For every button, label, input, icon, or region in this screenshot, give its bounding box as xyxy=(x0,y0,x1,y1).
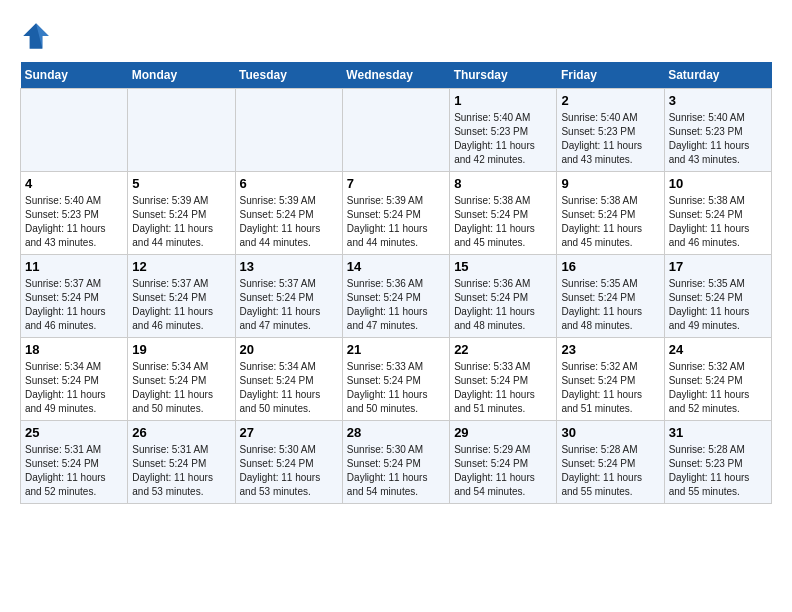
calendar-cell xyxy=(342,89,449,172)
calendar-cell: 12Sunrise: 5:37 AM Sunset: 5:24 PM Dayli… xyxy=(128,255,235,338)
calendar-cell: 29Sunrise: 5:29 AM Sunset: 5:24 PM Dayli… xyxy=(450,421,557,504)
header-saturday: Saturday xyxy=(664,62,771,89)
day-info: Sunrise: 5:37 AM Sunset: 5:24 PM Dayligh… xyxy=(132,277,230,333)
day-number: 17 xyxy=(669,259,767,274)
header-wednesday: Wednesday xyxy=(342,62,449,89)
day-number: 25 xyxy=(25,425,123,440)
day-number: 26 xyxy=(132,425,230,440)
calendar-cell: 16Sunrise: 5:35 AM Sunset: 5:24 PM Dayli… xyxy=(557,255,664,338)
calendar-cell: 25Sunrise: 5:31 AM Sunset: 5:24 PM Dayli… xyxy=(21,421,128,504)
calendar-cell: 13Sunrise: 5:37 AM Sunset: 5:24 PM Dayli… xyxy=(235,255,342,338)
day-info: Sunrise: 5:33 AM Sunset: 5:24 PM Dayligh… xyxy=(347,360,445,416)
day-number: 13 xyxy=(240,259,338,274)
calendar-cell: 27Sunrise: 5:30 AM Sunset: 5:24 PM Dayli… xyxy=(235,421,342,504)
calendar-cell: 24Sunrise: 5:32 AM Sunset: 5:24 PM Dayli… xyxy=(664,338,771,421)
day-info: Sunrise: 5:34 AM Sunset: 5:24 PM Dayligh… xyxy=(132,360,230,416)
day-info: Sunrise: 5:34 AM Sunset: 5:24 PM Dayligh… xyxy=(25,360,123,416)
day-number: 16 xyxy=(561,259,659,274)
header-friday: Friday xyxy=(557,62,664,89)
header-thursday: Thursday xyxy=(450,62,557,89)
calendar-cell: 2Sunrise: 5:40 AM Sunset: 5:23 PM Daylig… xyxy=(557,89,664,172)
calendar-week-2: 4Sunrise: 5:40 AM Sunset: 5:23 PM Daylig… xyxy=(21,172,772,255)
day-info: Sunrise: 5:30 AM Sunset: 5:24 PM Dayligh… xyxy=(240,443,338,499)
day-number: 14 xyxy=(347,259,445,274)
calendar-header-row: SundayMondayTuesdayWednesdayThursdayFrid… xyxy=(21,62,772,89)
calendar-cell: 9Sunrise: 5:38 AM Sunset: 5:24 PM Daylig… xyxy=(557,172,664,255)
day-number: 20 xyxy=(240,342,338,357)
calendar-cell: 19Sunrise: 5:34 AM Sunset: 5:24 PM Dayli… xyxy=(128,338,235,421)
day-number: 24 xyxy=(669,342,767,357)
logo xyxy=(20,20,56,52)
day-number: 19 xyxy=(132,342,230,357)
calendar-cell: 17Sunrise: 5:35 AM Sunset: 5:24 PM Dayli… xyxy=(664,255,771,338)
day-number: 9 xyxy=(561,176,659,191)
calendar-cell: 31Sunrise: 5:28 AM Sunset: 5:23 PM Dayli… xyxy=(664,421,771,504)
header-sunday: Sunday xyxy=(21,62,128,89)
day-info: Sunrise: 5:29 AM Sunset: 5:24 PM Dayligh… xyxy=(454,443,552,499)
header-tuesday: Tuesday xyxy=(235,62,342,89)
day-info: Sunrise: 5:30 AM Sunset: 5:24 PM Dayligh… xyxy=(347,443,445,499)
calendar-cell: 5Sunrise: 5:39 AM Sunset: 5:24 PM Daylig… xyxy=(128,172,235,255)
calendar-cell: 20Sunrise: 5:34 AM Sunset: 5:24 PM Dayli… xyxy=(235,338,342,421)
day-info: Sunrise: 5:39 AM Sunset: 5:24 PM Dayligh… xyxy=(347,194,445,250)
page-header xyxy=(20,20,772,52)
day-number: 6 xyxy=(240,176,338,191)
header-monday: Monday xyxy=(128,62,235,89)
day-number: 12 xyxy=(132,259,230,274)
day-info: Sunrise: 5:28 AM Sunset: 5:23 PM Dayligh… xyxy=(669,443,767,499)
calendar-cell xyxy=(235,89,342,172)
day-number: 10 xyxy=(669,176,767,191)
calendar-cell: 30Sunrise: 5:28 AM Sunset: 5:24 PM Dayli… xyxy=(557,421,664,504)
calendar-week-5: 25Sunrise: 5:31 AM Sunset: 5:24 PM Dayli… xyxy=(21,421,772,504)
day-number: 18 xyxy=(25,342,123,357)
calendar-week-1: 1Sunrise: 5:40 AM Sunset: 5:23 PM Daylig… xyxy=(21,89,772,172)
day-info: Sunrise: 5:37 AM Sunset: 5:24 PM Dayligh… xyxy=(25,277,123,333)
day-info: Sunrise: 5:33 AM Sunset: 5:24 PM Dayligh… xyxy=(454,360,552,416)
calendar-cell: 14Sunrise: 5:36 AM Sunset: 5:24 PM Dayli… xyxy=(342,255,449,338)
calendar-cell: 7Sunrise: 5:39 AM Sunset: 5:24 PM Daylig… xyxy=(342,172,449,255)
day-number: 7 xyxy=(347,176,445,191)
day-number: 23 xyxy=(561,342,659,357)
day-info: Sunrise: 5:36 AM Sunset: 5:24 PM Dayligh… xyxy=(454,277,552,333)
calendar-cell: 23Sunrise: 5:32 AM Sunset: 5:24 PM Dayli… xyxy=(557,338,664,421)
day-number: 11 xyxy=(25,259,123,274)
calendar-cell: 6Sunrise: 5:39 AM Sunset: 5:24 PM Daylig… xyxy=(235,172,342,255)
day-number: 30 xyxy=(561,425,659,440)
calendar-cell: 26Sunrise: 5:31 AM Sunset: 5:24 PM Dayli… xyxy=(128,421,235,504)
day-number: 8 xyxy=(454,176,552,191)
day-info: Sunrise: 5:38 AM Sunset: 5:24 PM Dayligh… xyxy=(669,194,767,250)
day-info: Sunrise: 5:40 AM Sunset: 5:23 PM Dayligh… xyxy=(561,111,659,167)
day-number: 29 xyxy=(454,425,552,440)
day-info: Sunrise: 5:35 AM Sunset: 5:24 PM Dayligh… xyxy=(561,277,659,333)
day-info: Sunrise: 5:40 AM Sunset: 5:23 PM Dayligh… xyxy=(669,111,767,167)
day-info: Sunrise: 5:31 AM Sunset: 5:24 PM Dayligh… xyxy=(132,443,230,499)
day-number: 2 xyxy=(561,93,659,108)
day-number: 5 xyxy=(132,176,230,191)
calendar-cell: 3Sunrise: 5:40 AM Sunset: 5:23 PM Daylig… xyxy=(664,89,771,172)
day-number: 27 xyxy=(240,425,338,440)
day-number: 21 xyxy=(347,342,445,357)
day-number: 28 xyxy=(347,425,445,440)
calendar-cell: 10Sunrise: 5:38 AM Sunset: 5:24 PM Dayli… xyxy=(664,172,771,255)
day-info: Sunrise: 5:32 AM Sunset: 5:24 PM Dayligh… xyxy=(669,360,767,416)
calendar-cell xyxy=(21,89,128,172)
day-info: Sunrise: 5:39 AM Sunset: 5:24 PM Dayligh… xyxy=(240,194,338,250)
day-number: 4 xyxy=(25,176,123,191)
day-number: 22 xyxy=(454,342,552,357)
calendar-week-3: 11Sunrise: 5:37 AM Sunset: 5:24 PM Dayli… xyxy=(21,255,772,338)
day-info: Sunrise: 5:31 AM Sunset: 5:24 PM Dayligh… xyxy=(25,443,123,499)
calendar-cell: 18Sunrise: 5:34 AM Sunset: 5:24 PM Dayli… xyxy=(21,338,128,421)
calendar-cell: 15Sunrise: 5:36 AM Sunset: 5:24 PM Dayli… xyxy=(450,255,557,338)
day-info: Sunrise: 5:40 AM Sunset: 5:23 PM Dayligh… xyxy=(454,111,552,167)
day-info: Sunrise: 5:34 AM Sunset: 5:24 PM Dayligh… xyxy=(240,360,338,416)
day-info: Sunrise: 5:32 AM Sunset: 5:24 PM Dayligh… xyxy=(561,360,659,416)
calendar-cell: 4Sunrise: 5:40 AM Sunset: 5:23 PM Daylig… xyxy=(21,172,128,255)
logo-icon xyxy=(20,20,52,52)
calendar-cell xyxy=(128,89,235,172)
day-number: 1 xyxy=(454,93,552,108)
day-info: Sunrise: 5:37 AM Sunset: 5:24 PM Dayligh… xyxy=(240,277,338,333)
day-info: Sunrise: 5:28 AM Sunset: 5:24 PM Dayligh… xyxy=(561,443,659,499)
calendar-cell: 21Sunrise: 5:33 AM Sunset: 5:24 PM Dayli… xyxy=(342,338,449,421)
calendar-cell: 28Sunrise: 5:30 AM Sunset: 5:24 PM Dayli… xyxy=(342,421,449,504)
calendar-cell: 11Sunrise: 5:37 AM Sunset: 5:24 PM Dayli… xyxy=(21,255,128,338)
